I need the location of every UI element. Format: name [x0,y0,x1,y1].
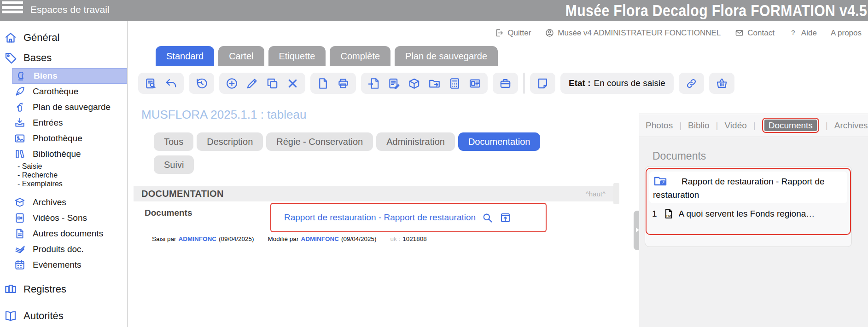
item-label: Rapport de restauration - Rapport de res… [653,177,825,200]
saisi-user[interactable]: ADMINFONC [179,235,217,242]
paperstack-icon [14,243,26,255]
record-tab-description[interactable]: Description [197,132,263,151]
view-tab-plan-de-sauvegarde[interactable]: Plan de sauvegarde [395,46,498,66]
back-to-top-link[interactable]: ^haut^ [586,190,606,198]
tab-separator: | [753,120,756,131]
utility-contact[interactable]: Contact [734,28,775,38]
inbox-icon [14,117,26,129]
sidebar-item-saisie[interactable]: - Saisie [0,162,127,171]
sidebar-item-autorit-s[interactable]: Autorités [0,306,127,326]
record-tab-administration[interactable]: Administration [376,132,455,151]
workspaces-menu[interactable]: Espaces de travail [30,4,110,15]
extinguisher-icon [14,101,26,113]
toolbar-group [138,73,184,94]
sidebar-item-registres[interactable]: Registres [0,279,127,299]
sidebar-item-plan-de-sauvegarde[interactable]: Plan de sauvegarde [0,99,127,115]
utility-label: Musée v4 ADMINISTRATEUR FONCTIONNEL [558,29,721,38]
record-tab-suivi[interactable]: Suivi [154,155,194,174]
search-icon[interactable] [481,212,494,224]
toolbar-button-chain-icon[interactable] [683,74,700,92]
media-tab-documents[interactable]: Documents [764,120,817,131]
toolbar-button-calc-doc-icon[interactable] [446,74,463,92]
form-list-icon [387,77,401,90]
toolbar-button-printer-icon[interactable] [335,74,352,92]
sidebar-item-g-n-ral[interactable]: Général [0,28,127,48]
modif-user[interactable]: ADMINFONC [301,235,339,242]
toolbar-button-undo-icon[interactable] [163,74,180,92]
history-icon [195,77,208,90]
sidebar-item-vid-os-sons[interactable]: Vidéos - Sons [0,210,127,226]
sidebar-item-label: Bases [23,52,52,64]
toolbar-button-form-list-icon[interactable] [385,74,402,92]
books-icon [14,148,26,160]
record-tabs: TousDescriptionRégie - ConservationAdmin… [154,132,540,178]
sidebar-item-bases[interactable]: Bases [0,48,127,68]
toolbar-button-card-icon[interactable] [466,74,484,92]
document-list-item[interactable]: 1PDFA quoi servent les Fonds regiona… [649,203,847,220]
toolbar-button-briefcase-icon[interactable] [497,74,514,92]
calc-doc-icon [448,77,461,90]
toolbar-button-page-icon[interactable] [315,74,332,92]
search-icon [481,212,494,224]
media-tab-archives[interactable]: Archives [834,120,868,131]
sidebar-item-phototh-que[interactable]: Photothèque [0,131,127,146]
toolbar-button-history-icon[interactable] [193,74,210,92]
toolbar-button-note-icon[interactable] [534,74,551,92]
toolbar-button-folder-arrow-icon[interactable] [426,74,443,92]
utility-label: Quitter [507,29,531,38]
toolbar-button-copy-icon[interactable] [264,74,281,92]
utility-aide[interactable]: ?Aide [788,28,817,38]
sidebar-item-recherche[interactable]: - Recherche [0,171,127,179]
utility-mus-e-v4-administrateur-fonctionnel[interactable]: Musée v4 ADMINISTRATEUR FONCTIONNEL [545,28,721,38]
media-tab-photos[interactable]: Photos [646,120,673,131]
section-title: DOCUMENTATION [141,189,224,199]
package-icon [408,77,421,90]
view-tab-standard[interactable]: Standard [156,46,214,66]
toolbar-button-basket-icon[interactable] [713,74,730,92]
media-tab-vid-o[interactable]: Vidéo [725,120,747,131]
sidebar-item-exemplaires[interactable]: - Exemplaires [0,179,127,188]
toolbar-button-package-icon[interactable] [406,74,423,92]
toolbar-button-plus-circle-icon[interactable] [223,74,240,92]
sidebar-item-caroth-que[interactable]: Carothèque [0,84,127,99]
view-tab-etiquette[interactable]: Etiquette [268,46,326,66]
hamburger-icon[interactable] [2,1,23,15]
toolbar-button-pencil-icon[interactable] [244,74,261,92]
record-title: MUSFLORA 2025.1.1 : tableau [141,108,306,122]
sidebar-item-biblioth-que[interactable]: Bibliothèque [0,146,127,162]
sidebar-item-ev-nements[interactable]: Evènements [0,257,127,273]
view-tabs: StandardCartelEtiquetteComplètePlan de s… [156,46,498,66]
toolbar-group [361,73,488,94]
sidebar-item-label: Autorités [23,310,64,322]
utility-quitter[interactable]: Quitter [495,28,531,38]
tag-icon [4,51,17,65]
toolbar-button-list-search-icon[interactable] [142,74,159,92]
sidebar-item-archives[interactable]: Archives [0,195,127,210]
open-doc-icon [499,212,512,224]
media-tab-biblio[interactable]: Biblio [688,120,709,131]
toolbar-separator [523,73,525,94]
app-title: Musée Flora Decalog Flora FORMATION v4.5 [565,0,867,21]
sidebar-item-autres-documents[interactable]: Autres documents [0,226,127,241]
svg-text:?: ? [791,29,795,36]
folder-image-icon [653,174,668,189]
record-tab-r-gie-conservation[interactable]: Régie - Conservation [266,132,373,151]
record-tab-documentation[interactable]: Documentation [458,132,541,151]
toolbar-button-x-icon[interactable] [284,74,301,92]
utility-a-propos[interactable]: A propos [831,29,862,38]
document-list-item[interactable]: Rapport de restauration - Rapport de res… [649,172,847,203]
sidebar-item-label: - Recherche [17,171,58,179]
sidebar-item-biens[interactable]: Biens [12,68,127,84]
open-document-icon[interactable] [499,212,512,224]
media-panel-heading: Documents [652,150,868,162]
sidebar-item-label: Registres [23,283,66,295]
sidebar-item-entr-es[interactable]: Entrées [0,115,127,131]
record-tab-tous[interactable]: Tous [154,132,193,151]
view-tab-cartel[interactable]: Cartel [218,46,264,66]
quill-icon [14,86,26,98]
document-link[interactable]: Rapport de restauration - Rapport de res… [284,212,476,223]
sidebar-item-produits-doc[interactable]: Produits doc. [0,241,127,257]
state-badge[interactable]: Etat : En cours de saisie [560,73,674,94]
toolbar-button-page-arrow-icon[interactable] [365,74,382,92]
view-tab-compl-te[interactable]: Complète [330,46,390,66]
